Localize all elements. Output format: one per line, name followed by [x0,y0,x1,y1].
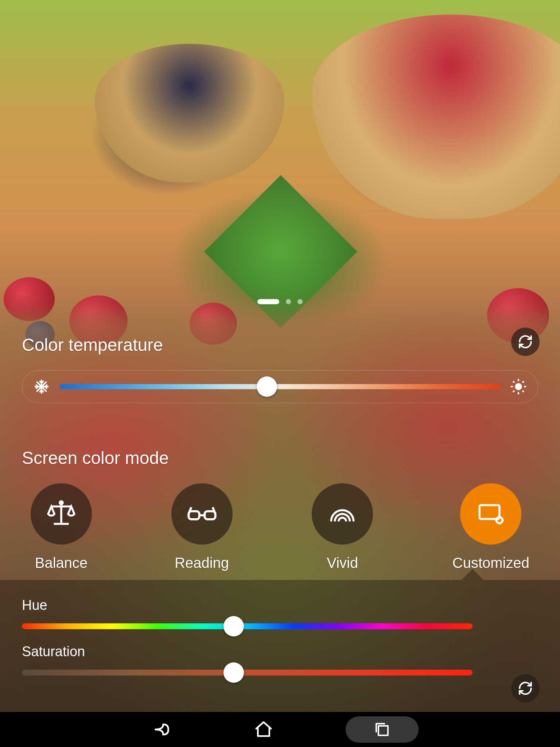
hue-slider[interactable] [22,623,472,629]
back-icon [151,719,172,740]
carousel-dot[interactable] [298,299,303,304]
mode-balance[interactable]: Balance [31,483,92,571]
color-temperature-slider[interactable] [22,370,538,403]
carousel-dot-active[interactable] [257,299,279,304]
svg-point-4 [516,384,521,389]
color-temperature-panel: Color temperature [0,317,560,418]
nav-home-button[interactable] [244,716,284,743]
preview-carousel-dots [257,299,303,304]
display-gear-icon [476,499,506,529]
mode-customized-circle [460,483,521,545]
mode-customized[interactable]: Customized [452,483,529,571]
saturation-thumb[interactable] [223,662,244,683]
home-icon [254,720,273,739]
svg-point-16 [60,501,63,504]
hue-label: Hue [22,597,538,613]
customized-reset-button[interactable] [511,674,540,703]
mode-balance-circle [31,483,92,545]
screen-color-mode-title: Screen color mode [22,448,538,468]
glasses-icon [186,498,218,530]
hue-row: Hue [22,597,538,629]
refresh-icon [518,681,533,696]
mode-vivid[interactable]: Vivid [312,483,373,571]
nav-recent-button[interactable] [346,716,419,743]
mode-vivid-circle [312,483,373,545]
system-navbar [0,712,560,747]
hue-thumb[interactable] [223,616,244,636]
customized-panel: Hue Saturation [0,580,560,712]
svg-line-12 [522,381,524,383]
sun-icon [510,378,527,395]
mode-reading-circle [171,483,233,545]
snowflake-icon [33,378,50,395]
scales-icon [46,499,76,529]
mode-reading[interactable]: Reading [171,483,233,571]
svg-line-9 [513,381,514,383]
color-temperature-track[interactable] [59,384,501,389]
nav-back-button[interactable] [141,716,182,743]
saturation-label: Saturation [22,644,538,659]
svg-rect-21 [378,726,388,735]
recent-apps-icon [373,721,391,738]
customized-panel-pointer [462,569,483,580]
color-temperature-thumb[interactable] [257,376,277,397]
screen-color-mode-panel: Screen color mode Balance [0,430,560,586]
svg-line-11 [513,391,514,392]
saturation-slider[interactable] [22,670,472,676]
color-temperature-title: Color temperature [22,335,538,355]
svg-line-10 [522,391,524,392]
color-temperature-reset-button[interactable] [511,328,540,356]
mode-balance-label: Balance [35,555,88,571]
refresh-icon [518,334,533,349]
mode-vivid-label: Vivid [327,555,358,571]
mode-options: Balance Reading Viv [22,483,538,571]
carousel-dot[interactable] [286,299,291,304]
rainbow-icon [327,499,357,529]
mode-reading-label: Reading [175,555,229,571]
svg-rect-19 [480,505,500,519]
saturation-row: Saturation [22,644,538,676]
